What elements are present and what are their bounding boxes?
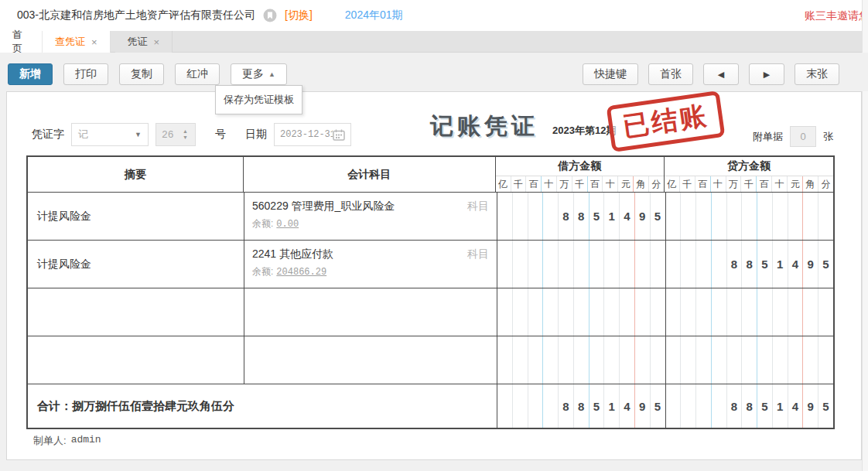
- digit-scale-label: 百: [757, 176, 772, 192]
- digit-cell: 9: [635, 193, 651, 240]
- digit-cell: 8: [559, 384, 574, 428]
- digit-cell: 5: [818, 384, 833, 428]
- debit-amount-cell[interactable]: [497, 288, 666, 336]
- credit-amount-cell[interactable]: [666, 336, 834, 384]
- invite-banner[interactable]: 账三丰邀请您: [805, 9, 868, 23]
- account-cell[interactable]: 2241 其他应付款 科目 余额: 204866.29: [244, 241, 497, 288]
- last-voucher-button[interactable]: 末张: [795, 63, 839, 85]
- balance-label: 余额:: [252, 217, 273, 230]
- voucher-word-value: 记: [78, 128, 88, 142]
- digit-scale-label: 角: [803, 176, 818, 192]
- balance-link[interactable]: 0.00: [276, 219, 299, 230]
- digit-cell: [620, 336, 635, 384]
- hotkeys-button[interactable]: 快捷键: [583, 63, 638, 85]
- creator-label: 制单人:: [33, 434, 67, 448]
- account-cell[interactable]: 560229 管理费用_职业风险金 科目 余额: 0.00: [244, 193, 497, 240]
- debit-header-label: 借方金额: [496, 157, 664, 176]
- date-picker[interactable]: [274, 123, 351, 146]
- account-cell[interactable]: [244, 336, 497, 384]
- digit-cell: [742, 336, 757, 384]
- digit-cell: [528, 384, 544, 428]
- add-button[interactable]: 新增: [8, 63, 53, 85]
- credit-header-label: 贷方金额: [665, 157, 833, 176]
- balance-link[interactable]: 204866.29: [276, 267, 326, 278]
- digit-cell: [712, 241, 727, 288]
- digit-cell: 5: [651, 193, 665, 240]
- digit-cell: [497, 241, 513, 288]
- more-button[interactable]: 更多 ▲: [231, 63, 287, 85]
- debit-digit-scale: 亿千百十万千百十元角分: [496, 176, 664, 192]
- digit-cell: [727, 193, 743, 240]
- digit-cell: 8: [727, 241, 743, 288]
- summary-cell[interactable]: 计提风险金: [28, 241, 244, 288]
- debit-amount-cell[interactable]: [497, 336, 666, 384]
- more-dropdown-menu: 保存为凭证模板: [215, 85, 302, 114]
- bookmark-badge-icon[interactable]: [263, 9, 277, 22]
- voucher-period: 2023年第12期: [552, 124, 616, 142]
- voucher-number-stepper: ▲ ▼: [155, 123, 196, 146]
- summary-cell[interactable]: 计提风险金: [28, 193, 244, 240]
- stepper-arrows: ▲ ▼: [183, 128, 188, 141]
- debit-amount-cell[interactable]: 8851495: [497, 193, 666, 240]
- digit-scale-label: 千: [741, 176, 757, 192]
- red-reverse-button[interactable]: 红冲: [175, 63, 220, 85]
- spin-down-icon: ▼: [183, 135, 188, 141]
- summary-cell[interactable]: [28, 336, 244, 384]
- close-icon[interactable]: ×: [91, 37, 97, 47]
- menu-item-save-as-template[interactable]: 保存为凭证模板: [216, 86, 302, 114]
- debit-amount-cell[interactable]: [497, 241, 666, 288]
- digit-cell: 8: [559, 193, 574, 240]
- voucher-number-suffix: 号: [215, 128, 226, 142]
- credit-amount-cell[interactable]: [666, 288, 834, 336]
- digit-cell: [681, 288, 696, 336]
- tab-voucher[interactable]: 凭证 ×: [115, 31, 173, 53]
- tab-view-voucher[interactable]: 查凭证 ×: [43, 31, 111, 53]
- digit-cell: 8: [742, 384, 757, 428]
- date-input[interactable]: [280, 129, 333, 140]
- digit-cell: [666, 193, 682, 240]
- voucher-title-area: 记账凭证 2023年第12期: [430, 111, 616, 142]
- digit-cell: 5: [757, 384, 773, 428]
- voucher-word-label: 凭证字: [32, 128, 64, 142]
- calendar-icon[interactable]: [333, 129, 345, 141]
- digit-cell: [513, 288, 528, 336]
- copy-button[interactable]: 复制: [119, 63, 164, 85]
- digit-cell: [788, 288, 804, 336]
- digit-cell: [727, 288, 743, 336]
- digit-cell: [543, 241, 559, 288]
- credit-amount-cell[interactable]: [666, 193, 834, 240]
- digit-cell: 5: [818, 241, 833, 288]
- current-period-link[interactable]: 2024年01期: [345, 9, 403, 22]
- digit-cell: [696, 288, 712, 336]
- tab-home[interactable]: 首页: [0, 31, 43, 53]
- digit-cell: [559, 241, 574, 288]
- credit-amount-cell[interactable]: 8851495: [666, 241, 834, 288]
- company-name: 003-北京建和信房地产土地资产评估有限责任公司: [17, 9, 255, 22]
- voucher-row-1: 计提风险金 560229 管理费用_职业风险金 科目 余额: 0.00 8851…: [28, 193, 833, 241]
- digit-cell: [543, 384, 559, 428]
- digit-scale-label: 十: [772, 176, 788, 192]
- summary-cell[interactable]: [28, 288, 244, 336]
- voucher-title: 记账凭证: [430, 111, 538, 142]
- digit-cell: 1: [604, 193, 620, 240]
- account-tag: 科目: [467, 200, 489, 213]
- voucher-row-2: 计提风险金 2241 其他应付款 科目 余额: 204866.29 885149…: [28, 241, 833, 288]
- first-voucher-button[interactable]: 首张: [648, 63, 693, 85]
- digit-scale-label: 元: [788, 176, 803, 192]
- digit-cell: [666, 336, 682, 384]
- digit-cell: [589, 241, 605, 288]
- digit-scale-label: 十: [603, 176, 618, 192]
- close-icon[interactable]: ×: [154, 37, 160, 47]
- digit-cell: 5: [589, 193, 605, 240]
- digit-scale-label: 千: [680, 176, 695, 192]
- next-voucher-button[interactable]: ▶: [749, 63, 784, 85]
- voucher-row-4: [28, 336, 833, 384]
- digit-scale-label: 万: [557, 176, 572, 192]
- prev-voucher-button[interactable]: ◀: [703, 63, 739, 85]
- digit-cell: [696, 241, 712, 288]
- account-cell[interactable]: [244, 288, 497, 336]
- attachment-count-input: [790, 126, 816, 147]
- print-button[interactable]: 打印: [63, 63, 108, 85]
- switch-company-link[interactable]: [切换]: [285, 9, 313, 22]
- closed-period-stamp: 已结账: [607, 90, 726, 152]
